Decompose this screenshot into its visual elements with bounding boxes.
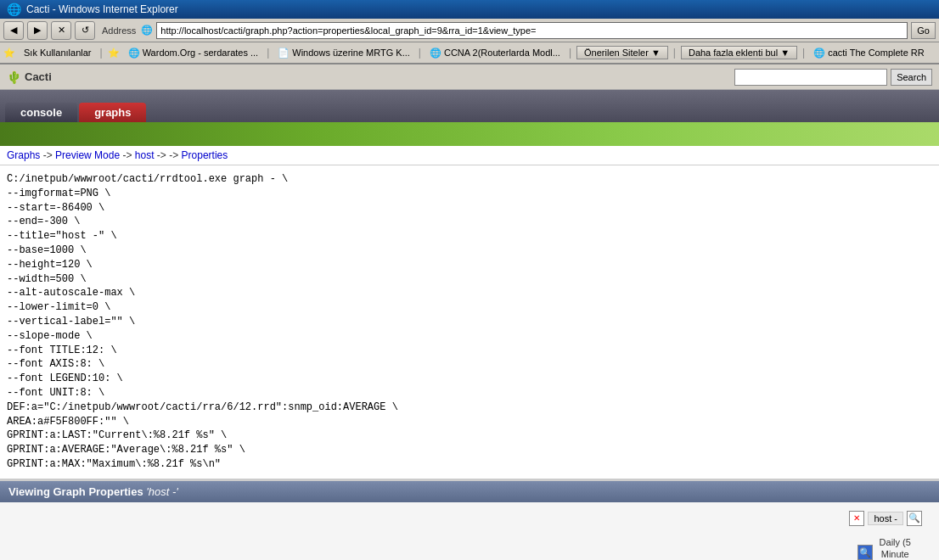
main-content: C:/inetpub/wwwroot/cacti/rrdtool.exe gra…	[0, 165, 939, 479]
back-button[interactable]: ◀	[3, 21, 24, 40]
command-line: --lower-limit=0 \	[7, 300, 932, 315]
forward-button[interactable]: ▶	[27, 21, 48, 40]
command-line: --font LEGEND:10: \	[7, 372, 932, 386]
go-button[interactable]: Go	[911, 22, 936, 39]
command-line: GPRINT:a:MAX:"Maximum\:%8.21f %s\n"	[7, 457, 932, 472]
tab-console[interactable]: console	[5, 103, 77, 122]
command-line: --height=120 \	[7, 258, 932, 272]
browser-content: 🌵 Cacti Search console graphs Graphs -> …	[0, 64, 939, 560]
bookmark-star-icon: ⭐	[108, 48, 120, 59]
command-line: --end=-300 \	[7, 215, 932, 229]
address-label: Address	[102, 25, 136, 36]
bookmark-wardom[interactable]: 🌐 Wardom.Org - serdarates ...	[125, 47, 262, 59]
graph-item-row: ✕ host - 🔍	[849, 511, 922, 526]
ie-icon: 🌐	[7, 3, 21, 16]
breadcrumb-preview-mode[interactable]: Preview Mode	[55, 149, 120, 161]
tab-graphs[interactable]: graphs	[79, 103, 146, 122]
command-line: --font UNIT:8: \	[7, 386, 932, 400]
command-line: --font AXIS:8: \	[7, 357, 932, 372]
command-line: GPRINT:a:LAST:"Current\:%8.21f %s" \	[7, 428, 932, 443]
graph-preview-area: ✕ host - 🔍 🔍 Daily (5 Minute Average)	[0, 502, 939, 560]
command-line: --imgformat=PNG \	[7, 187, 932, 201]
stop-button[interactable]: ✕	[51, 21, 71, 40]
cacti-logo-icon: 🌵	[7, 70, 21, 84]
breadcrumb-graphs[interactable]: Graphs	[7, 149, 40, 161]
green-banner	[0, 122, 939, 146]
command-line: --alt-autoscale-max \	[7, 286, 932, 300]
breadcrumb-arrow3: ->	[157, 149, 166, 161]
bookmark-daha[interactable]: Daha fazla eklenti bul ▼	[681, 46, 797, 59]
command-line: AREA:a#F5F800FF:"" \	[7, 415, 932, 429]
cacti-search-input[interactable]	[734, 69, 887, 86]
url-icon: 🌐	[141, 25, 153, 36]
cacti-logo-text: Cacti	[25, 70, 52, 83]
bookmark-windows[interactable]: 📄 Windows üzerine MRTG K...	[274, 47, 413, 59]
cacti-header: 🌵 Cacti Search	[0, 64, 939, 90]
breadcrumb-properties[interactable]: Properties	[182, 149, 228, 161]
command-line: --vertical-label="" \	[7, 315, 932, 329]
bookmark-cacti[interactable]: 🌐 cacti The Complete RR	[810, 47, 928, 59]
bookmark-onerilen[interactable]: Önerilen Siteler ▼	[576, 46, 668, 59]
command-line: --start=-86400 \	[7, 201, 932, 216]
title-bar: 🌐 Cacti - Windows Internet Explorer	[0, 0, 939, 19]
nav-tabs: console graphs	[0, 90, 939, 122]
window-title: Cacti - Windows Internet Explorer	[26, 3, 178, 15]
command-line: --title="host -" \	[7, 229, 932, 244]
star-icon: ⭐	[3, 48, 15, 59]
breadcrumb: Graphs -> Preview Mode -> host -> -> Pro…	[0, 146, 939, 165]
cacti-search: Search	[734, 69, 932, 86]
breadcrumb-host[interactable]: host	[135, 149, 155, 161]
graph-time-row: 🔍 Daily (5 Minute Average)	[857, 533, 914, 560]
bookmark-ccna[interactable]: 🌐 CCNA 2(Routerlarda Modl...	[426, 47, 564, 59]
bookmark-sik[interactable]: Sık Kullanılanlar	[20, 47, 95, 59]
graph-properties-header: Viewing Graph Properties 'host -'	[0, 481, 939, 502]
refresh-button[interactable]: ↺	[75, 21, 95, 40]
breadcrumb-arrow2: ->	[122, 149, 132, 161]
address-input[interactable]	[156, 22, 908, 39]
graph-title-label: host -	[868, 512, 903, 525]
command-line: --width=500 \	[7, 272, 932, 287]
command-line: --slope-mode \	[7, 329, 932, 344]
cacti-logo: 🌵 Cacti	[7, 70, 52, 84]
delete-graph-button[interactable]: ✕	[849, 511, 864, 526]
address-bar: ◀ ▶ ✕ ↺ Address 🌐 Go	[0, 19, 939, 42]
graph-item: ✕ host - 🔍 🔍 Daily (5 Minute Average)	[849, 511, 922, 560]
zoom-time-button[interactable]: 🔍	[857, 545, 873, 560]
graph-host-name: 'host -'	[146, 485, 177, 498]
command-line: C:/inetpub/wwwroot/cacti/rrdtool.exe gra…	[7, 172, 932, 187]
graph-time-label: Daily (5 Minute Average)	[876, 536, 914, 560]
graph-properties-label: Viewing Graph Properties	[8, 485, 143, 498]
command-line: GPRINT:a:AVERAGE:"Average\:%8.21f %s" \	[7, 443, 932, 457]
graph-properties: Viewing Graph Properties 'host -' ✕ host…	[0, 479, 939, 560]
breadcrumb-arrow1: ->	[43, 149, 53, 161]
bookmarks-bar: ⭐ Sık Kullanılanlar | ⭐ 🌐 Wardom.Org - s…	[0, 42, 939, 64]
cacti-search-button[interactable]: Search	[891, 69, 932, 86]
breadcrumb-arrow4: ->	[169, 149, 178, 161]
command-line: DEF:a="C:/inetpub/wwwroot/cacti/rra/6/12…	[7, 400, 932, 415]
command-line: --base=1000 \	[7, 244, 932, 258]
command-line: --font TITLE:12: \	[7, 344, 932, 358]
zoom-in-button[interactable]: 🔍	[907, 511, 922, 526]
